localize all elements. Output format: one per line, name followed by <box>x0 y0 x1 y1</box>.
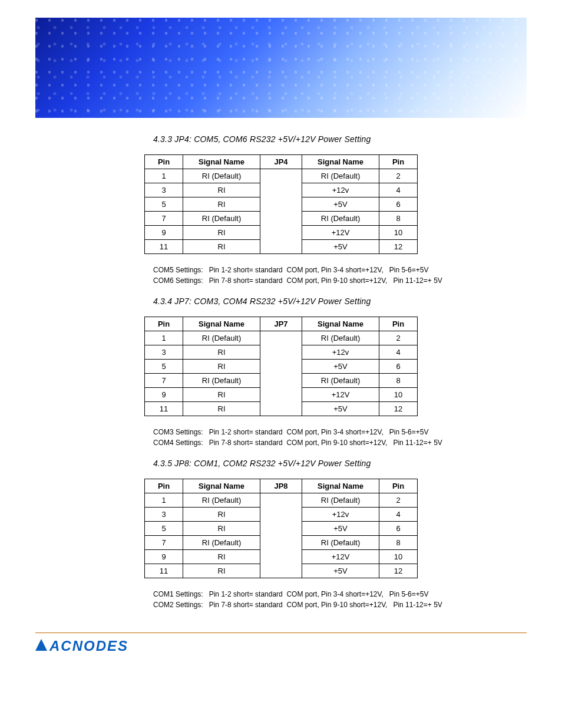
section-title-434: 4.3.4 JP7: COM3, COM4 RS232 +5V/+12V Pow… <box>153 297 527 306</box>
banner-texture <box>35 18 527 118</box>
table-header-row: Pin Signal Name JP8 Signal Name Pin <box>145 479 418 493</box>
table-row: 1 RI (Default) RI (Default) 2 <box>145 493 418 508</box>
settings-notes-435: COM1 Settings: Pin 1-2 short= standard C… <box>153 589 527 610</box>
jumper-spacer <box>260 169 302 254</box>
brand-logo: ACNODES <box>35 638 527 654</box>
pin-table-jp8: Pin Signal Name JP8 Signal Name Pin 1 RI… <box>144 479 418 578</box>
table-row: 1 RI (Default) RI (Default) 2 <box>145 331 418 345</box>
section-title-433: 4.3.3 JP4: COM5, COM6 RS232 +5V/+12V Pow… <box>153 134 527 144</box>
footer-rule <box>35 633 527 633</box>
col-pin-right: Pin <box>379 155 418 169</box>
jumper-spacer <box>260 331 302 416</box>
col-pin-left: Pin <box>145 155 183 169</box>
section-title-435: 4.3.5 JP8: COM1, COM2 RS232 +5V/+12V Pow… <box>153 459 527 468</box>
col-signal-left: Signal Name <box>183 155 260 169</box>
table-header-row: Pin Signal Name JP7 Signal Name Pin <box>145 317 418 331</box>
signal-right: RI (Default) <box>302 169 379 183</box>
pin-right: 2 <box>379 169 418 183</box>
signal-left: RI (Default) <box>183 169 260 183</box>
settings-notes-433: COM5 Settings: Pin 1-2 short= standard C… <box>153 265 527 286</box>
table-header-row: Pin Signal Name JP4 Signal Name Pin <box>145 155 418 169</box>
col-signal-right: Signal Name <box>302 155 379 169</box>
col-jumper: JP4 <box>260 155 302 169</box>
header-banner-image <box>35 18 527 118</box>
jumper-spacer <box>260 493 302 578</box>
table-row: 1 RI (Default) RI (Default) 2 <box>145 169 418 183</box>
settings-notes-434: COM3 Settings: Pin 1-2 short= standard C… <box>153 427 527 448</box>
brand-mark-icon <box>35 639 47 651</box>
pin-table-jp7: Pin Signal Name JP7 Signal Name Pin 1 RI… <box>144 317 418 416</box>
brand-name: ACNODES <box>49 638 128 654</box>
document-page: 4.3.3 JP4: COM5, COM6 RS232 +5V/+12V Pow… <box>0 0 562 678</box>
pin-table-jp4: Pin Signal Name JP4 Signal Name Pin 1 RI… <box>144 154 418 254</box>
pin-left: 1 <box>145 169 183 183</box>
